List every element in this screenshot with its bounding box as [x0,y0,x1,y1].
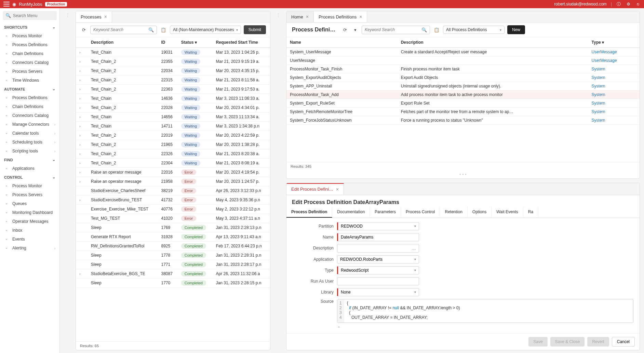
column-header[interactable]: Name [286,37,398,48]
expand-icon[interactable]: › [79,152,84,156]
sidebar-item[interactable]: ▫Chain Definitions [0,49,59,58]
refresh-icon[interactable]: ⟳ [341,26,349,33]
submit-button[interactable]: Submit [244,25,266,34]
help-icon[interactable]: ⓘ [616,1,621,7]
sidebar-item[interactable]: ▫Scripting tools› [0,147,59,155]
tab-process-definitions[interactable]: Process Definitions × [314,11,367,22]
table-row[interactable]: ›Test_Chain_222315WaitingMar 21, 2023 8:… [76,76,270,85]
copy-icon[interactable]: 📋 [433,26,440,33]
table-row[interactable]: System_ExportAuditObjectsExport Audit Ob… [286,73,640,82]
expand-icon[interactable]: › [79,78,84,82]
sidebar-item[interactable]: ▫Manage Connectors› [0,120,59,129]
sidebar-item[interactable]: ▫Applications [0,164,59,173]
expand-icon[interactable]: › [79,50,84,54]
table-row[interactable]: ›Test_Chain_222326WaitingMar 21, 2023 8:… [76,149,270,159]
expand-icon[interactable]: › [79,272,84,276]
sidebar-item[interactable]: ▫Connectors Catalog [0,111,59,120]
sidebar-item[interactable]: ▫Process Definitions [0,93,59,102]
close-icon[interactable]: × [306,14,309,19]
table-row[interactable]: ›Test_Chain_222019WaitingMar 20, 2023 4:… [76,131,270,140]
column-header[interactable]: ID [158,37,177,48]
table-row[interactable]: Sleep1778CompletedJan 31, 2023 2:28:31 p… [76,251,270,260]
sidebar-section-header[interactable]: FIND⌄ [0,155,59,164]
table-row[interactable]: ›Test_Chain14711WaitingMar 3, 2023 1:34:… [76,122,270,131]
column-header[interactable]: Requested Start Time [213,37,270,48]
table-row[interactable]: System_UserMessageCreate a standard Acce… [286,48,640,56]
sidebar-search-input[interactable] [13,13,54,18]
drag-handle-horizontal[interactable]: • • • [286,171,640,178]
expand-icon[interactable]: › [79,198,84,202]
sidebar-item[interactable]: ▫Monitoring Dashboard [0,208,59,217]
resize-handle-left[interactable]: ⋮ [64,11,71,350]
table-row[interactable]: ›Test_Chain_221965WaitingMar 20, 2023 1:… [76,140,270,149]
sidebar-item[interactable]: ▫Queues [0,199,59,208]
sidebar-item[interactable]: ▫Time Windows [0,76,59,85]
expand-icon[interactable]: › [79,59,84,64]
sidebar-item[interactable]: ▫Process Servers [0,190,59,199]
table-row[interactable]: ›StudioExerciseBruno_TEST41732ErrorMay 4… [76,195,270,205]
logout-icon[interactable]: ⎋ [635,1,641,7]
source-editor[interactable]: 1234 { if (IN_DATE_ARRAY != null && IN_D… [337,299,633,323]
table-row[interactable]: ›StudioBetaExercise_BGS_TE38087Completed… [76,269,270,279]
sidebar-item[interactable]: ▫Chain Definitions [0,102,59,111]
user-settings-icon[interactable]: ⚙ [626,1,631,7]
column-header[interactable]: Type ▾ [588,37,640,48]
expand-icon[interactable]: › [79,133,84,137]
collapse-icon[interactable]: ⌃ [293,326,633,331]
sidebar-section-header[interactable]: SHORTCUTS⌄ [0,23,59,31]
form-tab[interactable]: Options [468,207,492,218]
tab-processes[interactable]: Processes × [76,11,112,22]
table-row[interactable]: System_Export_RuleSetExport Rule SetSyst… [286,99,640,108]
table-row[interactable]: UserMessageUserMessage [286,56,640,65]
sidebar-section-header[interactable]: AUTOMATE⌄ [0,85,59,93]
column-header[interactable]: Description [398,37,588,48]
sidebar-section-header[interactable]: CONTROL⌄ [0,173,59,181]
form-tab[interactable]: Parameters [370,207,401,218]
table-row[interactable]: ›Test_Chain_222034WaitingMar 20, 2023 4:… [76,66,270,76]
expand-icon[interactable]: › [79,161,84,165]
sidebar-item[interactable]: ▫Process Servers [0,67,59,76]
type-link[interactable]: UserMessage [592,50,617,54]
table-row[interactable]: ›Test_Chain14636WaitingMar 3, 2023 11:06… [76,94,270,103]
definition-filter-dropdown[interactable]: All Process Definitions ▾ [443,26,505,34]
table-row[interactable]: Exercise_Exercise_Mike_TEST40776ErrorMay… [76,205,270,214]
table-row[interactable]: ›Raise an operator message21958ErrorMar … [76,177,270,186]
tab-edit-definition[interactable]: Edit Process Defini… × [286,183,344,195]
table-row[interactable]: System_ForceJobStatusUnknownForce a runn… [286,116,640,125]
form-tab[interactable]: Documentation [332,207,370,218]
expand-icon[interactable]: › [79,96,84,100]
table-row[interactable]: ›Test_Chain_222028WaitingMar 20, 2023 4:… [76,103,270,112]
table-row[interactable]: ProcessMonitor_Task_FinishFinish process… [286,65,640,73]
sidebar-item[interactable]: ▫Events [0,235,59,244]
sidebar-search[interactable]: 🔍 [3,11,57,20]
name-field[interactable] [337,233,419,241]
table-row[interactable]: ›Test_Chain_222363WaitingMar 21, 2023 9:… [76,85,270,94]
table-row[interactable]: Sleep1771CompletedJan 31, 2023 2:28:17 p… [76,260,270,269]
table-row[interactable]: StudioExercise_CharlesSheef38219ErrorApr… [76,186,270,195]
sidebar-item[interactable]: ▫Process Definitions [0,40,59,49]
type-link[interactable]: System [592,109,605,114]
process-filter-dropdown[interactable]: All (Non-Maintenance) Processes ▾ [170,26,241,34]
cancel-button[interactable]: Cancel [612,337,635,347]
table-row[interactable]: Sleep1770CompletedJan 31, 2023 2:28:15 p… [76,279,270,288]
chevron-down-icon[interactable]: ▾ [351,26,359,33]
type-link[interactable]: UserMessage [592,58,617,63]
close-icon[interactable]: × [104,14,107,19]
type-link[interactable]: System [592,118,605,123]
expand-icon[interactable]: › [79,106,84,110]
type-link[interactable]: System [592,75,605,80]
type-link[interactable]: System [592,84,605,89]
process-search[interactable]: 🔍 [90,26,157,34]
table-row[interactable]: ›Test_Chain_222304WaitingMar 21, 2023 8:… [76,159,270,168]
process-search-input[interactable] [93,27,147,32]
new-button[interactable]: New [507,25,525,34]
type-link[interactable]: System [592,67,605,71]
type-link[interactable]: System [592,92,605,97]
application-field[interactable]: ▾ [337,255,419,263]
table-row[interactable]: ›Test_Chain19031WaitingMar 13, 2023 1:04… [76,48,270,57]
search-icon[interactable]: 🔍 [148,27,154,32]
table-row[interactable]: RW_DefinitionsGrantedToRol8925CompletedF… [76,242,270,251]
expand-icon[interactable]: › [79,69,84,73]
table-row[interactable]: Generate RTX Report31928CompletedApr 13,… [76,232,270,242]
expand-icon[interactable]: › [79,142,84,147]
